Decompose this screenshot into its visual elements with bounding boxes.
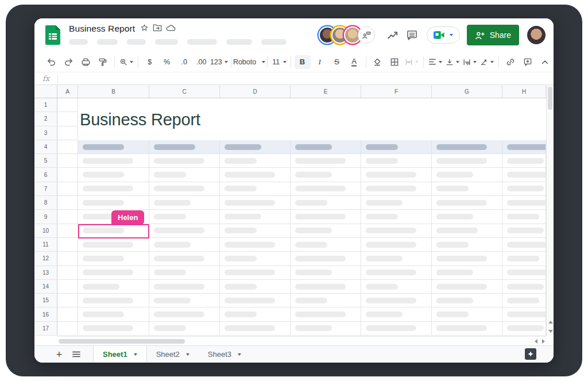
cell-H5[interactable] <box>502 154 546 168</box>
vertical-scrollbar[interactable] <box>546 85 554 336</box>
cell-F11[interactable] <box>361 238 432 252</box>
cell-E6[interactable] <box>291 168 361 182</box>
cell-E7[interactable] <box>291 182 361 196</box>
cell-D4[interactable] <box>220 140 291 154</box>
cell-H15[interactable] <box>502 294 546 307</box>
cell-H4[interactable] <box>502 140 546 154</box>
cell-A3[interactable] <box>57 126 78 140</box>
menu-item-placeholder[interactable] <box>155 39 178 45</box>
menu-item-placeholder[interactable] <box>69 39 88 45</box>
bold-button[interactable]: B <box>295 55 311 69</box>
decrease-decimal-button[interactable]: .0 <box>176 55 192 69</box>
hide-toolbar-button[interactable] <box>537 55 553 69</box>
cell-G13[interactable] <box>432 266 502 280</box>
cell-A7[interactable] <box>57 182 78 196</box>
column-header-B[interactable]: B <box>78 85 149 98</box>
row-header-12[interactable]: 12 <box>34 252 57 265</box>
cell-D6[interactable] <box>220 168 291 182</box>
menu-item-placeholder[interactable] <box>261 39 287 45</box>
horizontal-scrollbar-thumb[interactable] <box>59 339 185 344</box>
cell-F7[interactable] <box>361 182 432 196</box>
cell-A13[interactable] <box>57 266 78 280</box>
cell-A8[interactable] <box>57 196 78 210</box>
cell-E11[interactable] <box>291 238 361 252</box>
add-sheet-button[interactable]: + <box>51 346 68 363</box>
cell-G5[interactable] <box>432 154 502 168</box>
cell-H9[interactable] <box>502 210 546 224</box>
cell-B8[interactable] <box>78 196 149 210</box>
cell-A10[interactable] <box>57 224 78 238</box>
star-icon[interactable] <box>140 24 149 34</box>
cell-D10[interactable] <box>220 224 291 238</box>
cell-A2[interactable] <box>57 112 78 126</box>
tab-sheet1[interactable]: Sheet1 <box>93 346 147 363</box>
scroll-right-button[interactable] <box>542 339 545 344</box>
redo-button[interactable] <box>60 55 76 69</box>
menu-item-placeholder[interactable] <box>127 39 146 45</box>
follow-presenter-button[interactable] <box>358 26 375 44</box>
move-to-folder-icon[interactable] <box>153 24 162 34</box>
cell-C6[interactable] <box>149 168 220 182</box>
cell-A17[interactable] <box>57 322 78 336</box>
fill-color-button[interactable] <box>369 55 385 69</box>
cell-G11[interactable] <box>432 238 502 252</box>
cell-B7[interactable] <box>78 182 149 196</box>
row-header-7[interactable]: 7 <box>34 182 57 196</box>
cell-E8[interactable] <box>291 196 361 210</box>
column-header-G[interactable]: G <box>432 85 502 98</box>
cell-A14[interactable] <box>57 280 78 294</box>
italic-button[interactable]: I <box>312 55 328 69</box>
row-header-16[interactable]: 16 <box>34 307 57 321</box>
cell-C7[interactable] <box>149 182 220 196</box>
cell-H8[interactable] <box>502 196 546 210</box>
cell-B13[interactable] <box>78 266 149 280</box>
cell-F15[interactable] <box>361 294 432 307</box>
cell-H16[interactable] <box>502 307 546 321</box>
row-header-3[interactable]: 3 <box>34 126 57 140</box>
cell-H7[interactable] <box>502 182 546 196</box>
cell-G4[interactable] <box>432 140 502 154</box>
cell-D17[interactable] <box>220 322 291 336</box>
cell-B6[interactable] <box>78 168 149 182</box>
cell-B17[interactable] <box>78 322 149 336</box>
cell-D14[interactable] <box>220 280 291 294</box>
row-header-10[interactable]: 10 <box>34 224 57 238</box>
text-color-button[interactable]: A <box>346 55 362 69</box>
all-sheets-menu-button[interactable] <box>68 346 85 363</box>
column-header-A[interactable]: A <box>57 85 78 98</box>
cell-D12[interactable] <box>220 252 291 265</box>
cell-F4[interactable] <box>361 140 432 154</box>
google-sheets-icon[interactable] <box>45 25 60 47</box>
scroll-up-button[interactable] <box>547 318 554 326</box>
row-header-8[interactable]: 8 <box>34 196 57 210</box>
row-header-1[interactable]: 1 <box>34 98 57 112</box>
cell-A11[interactable] <box>57 238 78 252</box>
text-rotation-button[interactable] <box>479 55 495 69</box>
comment-history-icon[interactable] <box>403 25 422 45</box>
meet-join-button[interactable] <box>427 26 460 44</box>
select-all-corner[interactable] <box>34 85 57 98</box>
cell-C10[interactable] <box>149 224 220 238</box>
insert-comment-button[interactable] <box>520 55 536 69</box>
font-size-select[interactable]: 11 <box>271 55 287 69</box>
version-activity-icon[interactable] <box>383 25 403 45</box>
vertical-scrollbar-thumb[interactable] <box>548 87 552 110</box>
cell-G12[interactable] <box>432 252 502 265</box>
explore-button[interactable] <box>525 348 536 360</box>
cell-F5[interactable] <box>361 154 432 168</box>
cell-H10[interactable] <box>502 224 546 238</box>
scroll-down-button[interactable] <box>547 327 554 335</box>
column-header-C[interactable]: C <box>149 85 220 98</box>
cell-H14[interactable] <box>502 280 546 294</box>
cell-C14[interactable] <box>149 280 220 294</box>
cell-H6[interactable] <box>502 168 546 182</box>
cell-D11[interactable] <box>220 238 291 252</box>
cell-E4[interactable] <box>291 140 361 154</box>
cell-F9[interactable] <box>361 210 432 224</box>
more-formats-button[interactable]: 123 <box>211 55 227 69</box>
cell-G17[interactable] <box>432 322 502 336</box>
cell-C8[interactable] <box>149 196 220 210</box>
row-header-15[interactable]: 15 <box>34 294 57 307</box>
merge-cells-button[interactable] <box>404 55 420 69</box>
tab-sheet3[interactable]: Sheet3 <box>199 346 250 363</box>
